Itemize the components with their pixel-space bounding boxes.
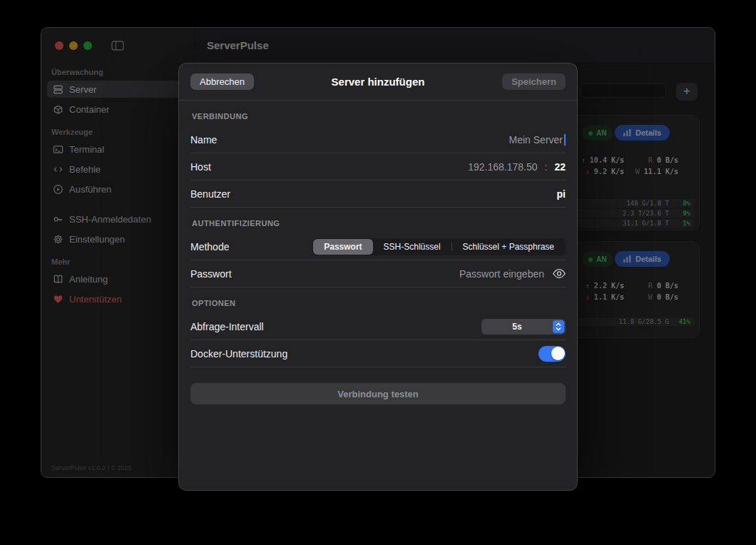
host-label: Host	[190, 161, 211, 173]
form-row-method: Methode Passwort SSH-Schlüssel Schlüssel…	[190, 233, 566, 260]
cancel-button[interactable]: Abbrechen	[190, 73, 254, 90]
form-row-user: Benutzer pi	[190, 180, 566, 208]
port-input[interactable]: 22	[554, 161, 566, 173]
password-input[interactable]: Passwort eingeben	[459, 268, 544, 280]
name-value: Mein Server	[509, 134, 563, 146]
segment-key-passphrase[interactable]: Schlüssel + Passphrase	[452, 239, 565, 255]
test-connection-button[interactable]: Verbindung testen	[190, 383, 566, 404]
password-label: Passwort	[190, 268, 232, 280]
host-input[interactable]: 192.168.178.50	[468, 161, 537, 173]
section-label-connection: VERBINDUNG	[192, 112, 566, 121]
add-server-modal: Abbrechen Server hinzufügen Speichern VE…	[178, 63, 578, 491]
form-row-interval: Abfrage-Intervall 5s	[190, 313, 566, 340]
interval-select[interactable]: 5s	[481, 319, 566, 335]
host-port-separator: :	[545, 161, 548, 173]
user-label: Benutzer	[190, 188, 230, 200]
form-row-host: Host 192.168.178.50 : 22	[190, 153, 566, 180]
modal-header: Abbrechen Server hinzufügen Speichern	[179, 63, 577, 101]
form-row-name: Name Mein Server	[190, 126, 566, 153]
text-cursor	[564, 134, 566, 146]
segment-passwort[interactable]: Passwort	[313, 239, 372, 255]
interval-label: Abfrage-Intervall	[190, 321, 264, 332]
method-segmented-control: Passwort SSH-Schlüssel Schlüssel + Passp…	[312, 238, 566, 255]
save-button[interactable]: Speichern	[502, 73, 566, 90]
docker-toggle[interactable]	[538, 346, 566, 362]
modal-body: VERBINDUNG Name Mein Server Host 192.168…	[179, 112, 577, 404]
eye-icon[interactable]	[553, 269, 566, 278]
form-row-password: Passwort Passwort eingeben	[190, 260, 566, 287]
form-row-docker: Docker-Unterstützung	[190, 340, 566, 367]
section-label-options: OPTIONEN	[192, 299, 566, 307]
toggle-knob	[551, 347, 565, 360]
name-input[interactable]: Mein Server	[509, 134, 566, 146]
name-label: Name	[190, 134, 217, 146]
interval-value: 5s	[481, 322, 553, 332]
user-input[interactable]: pi	[557, 188, 566, 200]
segment-ssh-key[interactable]: SSH-Schlüssel	[373, 239, 451, 255]
docker-label: Docker-Unterstützung	[190, 348, 287, 360]
method-label: Methode	[190, 241, 229, 253]
section-label-auth: AUTHENTIFIZIERUNG	[192, 219, 566, 228]
stepper-chevrons-icon	[553, 320, 564, 333]
